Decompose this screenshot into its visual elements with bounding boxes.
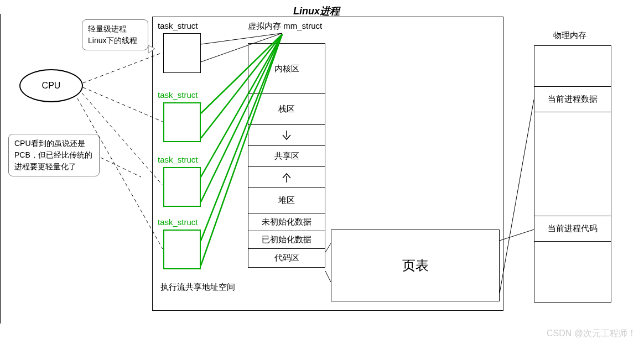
left-edge — [0, 14, 1, 324]
page-table-label: 页表 — [402, 257, 429, 274]
cpu-label: CPU — [42, 81, 61, 91]
linux-process-title: Linux进程 — [293, 4, 340, 18]
svg-line-9 — [83, 87, 163, 122]
pm-blank-1 — [534, 112, 611, 216]
cpu-node: CPU — [19, 69, 83, 102]
svg-line-16 — [500, 100, 534, 293]
page-table: 页表 — [331, 230, 500, 301]
task-struct-green-1-box — [163, 102, 201, 142]
callout-lwp: 轻量级进程 Linux下的线程 — [82, 19, 148, 50]
phys-mem-column: 当前进程数据 当前进程代码 — [534, 45, 611, 303]
vm-column: 内核区 栈区 共享区 堆区 未初始化数据 已初始化数据 代码区 — [248, 43, 325, 268]
pm-code: 当前进程代码 — [534, 216, 611, 242]
pm-blank-0 — [534, 45, 611, 87]
vm-heap: 堆区 — [248, 188, 325, 213]
vm-data: 已初始化数据 — [248, 231, 325, 249]
task-struct-green-3-label: task_struct — [158, 217, 198, 227]
task-struct-green-1-label: task_struct — [158, 90, 198, 100]
pm-data: 当前进程数据 — [534, 87, 611, 112]
callout-pcb: CPU看到的虽说还是PCB，但已经比传统的进程要更轻量化了 — [8, 134, 100, 176]
task-struct-green-3-box — [163, 230, 201, 269]
vm-stack: 栈区 — [248, 94, 325, 125]
shared-as-note: 执行流共享地址空间 — [160, 282, 235, 293]
mm-struct-label: 虚拟内存 mm_struct — [248, 21, 322, 32]
vm-bss: 未初始化数据 — [248, 213, 325, 231]
svg-line-12 — [101, 158, 141, 177]
task-struct-label-main: task_struct — [158, 21, 198, 30]
task-struct-green-2-label: task_struct — [158, 155, 198, 164]
phys-mem-title: 物理内存 — [553, 30, 586, 41]
svg-line-8 — [83, 53, 163, 83]
task-struct-green-2-box — [163, 167, 201, 207]
svg-line-15 — [500, 230, 534, 241]
pm-blank-2 — [534, 242, 611, 303]
task-struct-main-box — [163, 33, 201, 73]
vm-shared: 共享区 — [248, 146, 325, 167]
vm-kernel: 内核区 — [248, 43, 325, 94]
vm-arrow-up — [248, 167, 325, 188]
vm-text: 代码区 — [248, 249, 325, 268]
vm-arrow-down — [248, 125, 325, 146]
watermark: CSDN @次元工程师！ — [547, 328, 636, 340]
